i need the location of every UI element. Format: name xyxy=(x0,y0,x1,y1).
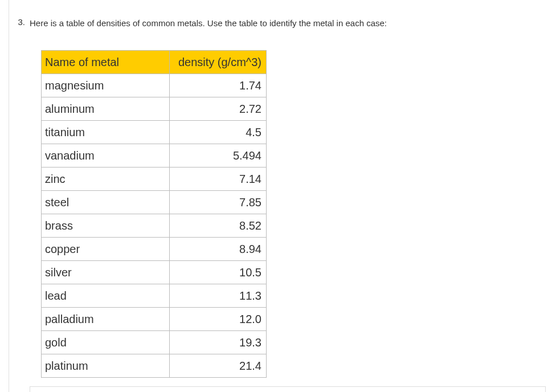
metal-name-cell: silver xyxy=(42,260,170,284)
answer-editor: B I U 1 2 3 xyxy=(30,386,546,393)
density-table: Name of metal density (g/cm^3) magnesium… xyxy=(41,50,267,378)
table-row: magnesium1.74 xyxy=(42,74,267,97)
table-row: palladium12.0 xyxy=(42,307,267,330)
metal-density-cell: 7.14 xyxy=(170,167,267,190)
table-row: brass8.52 xyxy=(42,214,267,237)
metal-name-cell: lead xyxy=(42,284,170,307)
metal-density-cell: 11.3 xyxy=(170,284,267,307)
metal-density-cell: 10.5 xyxy=(170,260,267,284)
metal-name-cell: aluminum xyxy=(42,97,170,120)
metal-density-cell: 8.52 xyxy=(170,214,267,237)
metal-density-cell: 8.94 xyxy=(170,237,267,260)
table-row: silver10.5 xyxy=(42,260,267,284)
metal-density-cell: 7.85 xyxy=(170,190,267,214)
metal-name-cell: gold xyxy=(42,330,170,354)
question-text: Here is a table of densities of common m… xyxy=(30,17,387,30)
metal-name-cell: platinum xyxy=(42,354,170,377)
table-row: gold19.3 xyxy=(42,330,267,354)
editor-toolbar: B I U 1 2 3 xyxy=(30,386,546,393)
table-header-density: density (g/cm^3) xyxy=(170,50,267,74)
metal-density-cell: 5.494 xyxy=(170,144,267,167)
table-row: copper8.94 xyxy=(42,237,267,260)
metal-density-cell: 4.5 xyxy=(170,120,267,144)
question-number: 3. xyxy=(14,17,25,27)
metal-name-cell: zinc xyxy=(42,167,170,190)
metal-name-cell: copper xyxy=(42,237,170,260)
metal-name-cell: vanadium xyxy=(42,144,170,167)
metal-density-cell: 2.72 xyxy=(170,97,267,120)
table-row: zinc7.14 xyxy=(42,167,267,190)
table-row: lead11.3 xyxy=(42,284,267,307)
metal-density-cell: 1.74 xyxy=(170,74,267,97)
metal-name-cell: palladium xyxy=(42,307,170,330)
table-row: aluminum2.72 xyxy=(42,97,267,120)
table-row: steel7.85 xyxy=(42,190,267,214)
metal-name-cell: brass xyxy=(42,214,170,237)
metal-density-cell: 21.4 xyxy=(170,354,267,377)
metal-name-cell: titanium xyxy=(42,120,170,144)
table-row: titanium4.5 xyxy=(42,120,267,144)
density-table-wrap: Name of metal density (g/cm^3) magnesium… xyxy=(41,50,556,378)
metal-name-cell: magnesium xyxy=(42,74,170,97)
question-container: 3. Here is a table of densities of commo… xyxy=(9,0,556,392)
question-row: 3. Here is a table of densities of commo… xyxy=(9,0,556,36)
table-row: platinum21.4 xyxy=(42,354,267,377)
metal-density-cell: 12.0 xyxy=(170,307,267,330)
table-header-name: Name of metal xyxy=(42,50,170,74)
table-row: vanadium5.494 xyxy=(42,144,267,167)
metal-name-cell: steel xyxy=(42,190,170,214)
metal-density-cell: 19.3 xyxy=(170,330,267,354)
